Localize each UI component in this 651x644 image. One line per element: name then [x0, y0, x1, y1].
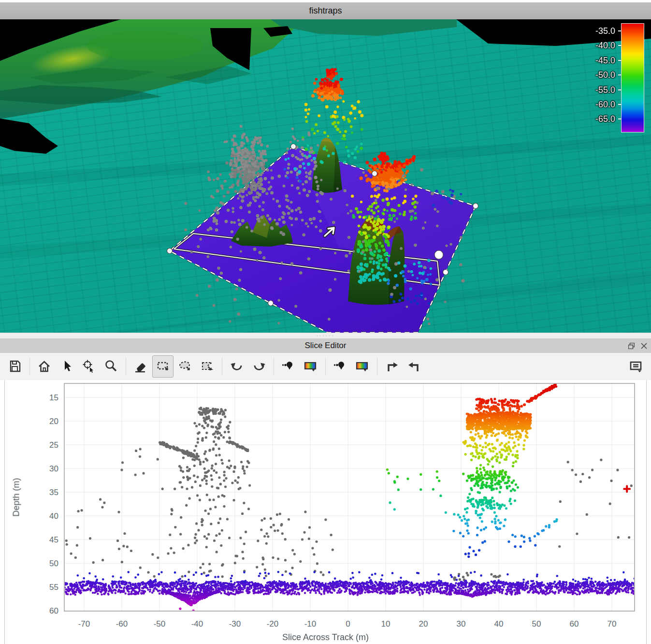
undo-icon — [230, 359, 244, 374]
y-axis-title: Depth (m) — [12, 464, 22, 531]
scene-3d-viewport[interactable]: -35.0-40.0-45.0-50.0-55.0-60.0-65.0 — [0, 19, 651, 333]
polygon-select-icon — [200, 359, 215, 374]
lasso-select-button[interactable] — [174, 355, 196, 378]
save-icon — [8, 359, 22, 374]
slice-plot-area[interactable]: -70-60-50-40-30-20-100102030405060701520… — [0, 380, 651, 644]
slice-editor-title-bar: Slice Editor — [0, 338, 651, 353]
previous-slice-button[interactable] — [404, 355, 425, 378]
slice-editor-toolbar — [0, 353, 651, 380]
lasso-select-icon — [178, 359, 192, 374]
toolbar-separator — [377, 358, 377, 375]
rectangle-select-icon — [156, 359, 170, 374]
zoom-button[interactable] — [101, 355, 122, 378]
toolbar-separator — [325, 358, 326, 375]
toolbar-separator — [29, 358, 30, 375]
toolbar-separator — [126, 358, 126, 375]
slice-handle[interactable] — [434, 250, 443, 259]
accept-soundings-button[interactable] — [278, 355, 299, 378]
display-options-button[interactable] — [625, 355, 647, 378]
redo-icon — [252, 359, 266, 374]
toolbar-separator — [222, 358, 222, 375]
polygon-select-button[interactable] — [197, 355, 218, 378]
select-cursor-button[interactable] — [56, 355, 77, 378]
rectangle-select-button[interactable] — [152, 355, 174, 378]
accept-soundings-icon — [281, 359, 296, 374]
colormap-accept-icon — [304, 359, 318, 374]
slice-handle[interactable] — [268, 301, 274, 306]
previous-slice-icon — [407, 359, 421, 374]
next-slice-icon — [385, 359, 399, 374]
slice-handle[interactable] — [473, 204, 478, 209]
zoom-icon — [104, 359, 118, 374]
slice-plot-points[interactable] — [0, 380, 651, 644]
slice-handle[interactable] — [291, 144, 296, 149]
view3d-title-bar: fishtraps — [0, 2, 651, 19]
undo-button[interactable] — [226, 355, 247, 378]
reject-soundings-icon — [333, 359, 347, 374]
slice-plane-handles[interactable] — [167, 144, 478, 306]
colormap-reject-icon — [355, 359, 370, 374]
display-options-icon — [629, 359, 643, 374]
toolbar-separator — [274, 358, 274, 375]
x-axis-title: Slice Across Track (m) — [0, 632, 651, 643]
slice-editor-title: Slice Editor — [0, 341, 651, 351]
view3d-title: fishtraps — [309, 6, 342, 16]
home-view-icon — [37, 359, 52, 374]
pick-point-button[interactable] — [78, 355, 100, 378]
next-slice-button[interactable] — [381, 355, 403, 378]
reject-soundings-button[interactable] — [330, 355, 351, 378]
slice-handle[interactable] — [443, 270, 448, 275]
colormap-accept-button[interactable] — [300, 355, 321, 378]
splitter-grip-icon: ······ — [317, 335, 335, 337]
cursor-arrow-icon — [325, 228, 334, 236]
erase-icon — [133, 359, 148, 374]
close-panel-button[interactable] — [639, 341, 648, 350]
redo-button[interactable] — [248, 355, 270, 378]
float-panel-button[interactable] — [627, 341, 636, 350]
save-button[interactable] — [4, 355, 26, 378]
slice-handle[interactable] — [167, 249, 173, 254]
home-view-button[interactable] — [34, 355, 55, 378]
erase-button[interactable] — [130, 355, 151, 378]
pick-point-icon — [82, 359, 96, 374]
select-cursor-icon — [59, 359, 74, 374]
slice-handle[interactable] — [372, 171, 377, 176]
scene-overlay — [0, 19, 651, 333]
colormap-reject-button[interactable] — [352, 355, 373, 378]
